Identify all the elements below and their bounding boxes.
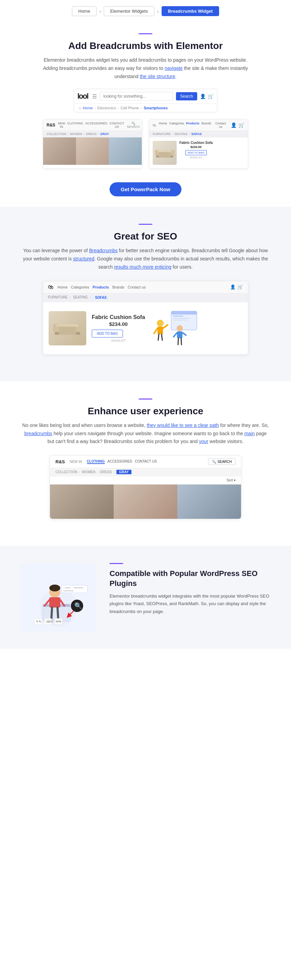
mockup-search-input[interactable]: [100, 92, 173, 101]
ux-breadcrumb: COLLECTION › WOMEN › DRESS › GRAY: [50, 468, 241, 476]
seo-add-btn[interactable]: ADD TO BAG: [92, 329, 123, 337]
hamburger-icon: ☰: [92, 93, 97, 100]
bc-sep-3: ›: [141, 106, 142, 110]
svg-text:›: ›: [72, 587, 73, 589]
svg-text:Elementor: Elementor: [74, 587, 83, 589]
ux-new-in: NEW IN: [70, 460, 82, 464]
seo-mockup: 🛍 Home Categories Products Brands Contac…: [43, 281, 248, 355]
svg-rect-33: [49, 597, 60, 608]
user-icon: 👤: [231, 123, 237, 128]
nav-home: Home: [159, 122, 167, 129]
ux-nav: CLOTHING ACCESSORIES CONTACT US: [87, 460, 157, 464]
svg-text:SEO: SEO: [46, 620, 53, 623]
seo-illustration: [151, 308, 199, 349]
mockup-search-widget: lool ☰ Search 👤 🛒 ⌂ Home › Electronics ›…: [74, 89, 217, 112]
bc-sep-2: ›: [117, 106, 119, 110]
seo-product-info: Fabric Cushion Sofa $234.00 ADD TO BAG W…: [92, 314, 145, 342]
user-icon: 👤: [200, 94, 206, 99]
ux-search-btn[interactable]: 🔍 SEARCH: [208, 458, 236, 465]
compat-accent: [109, 563, 123, 564]
ux-bc-women: WOMEN: [82, 470, 95, 474]
cart-icon: 🛒: [239, 123, 244, 128]
seo-bc-furniture: FURNITURE: [48, 295, 68, 300]
sofa-add-btn[interactable]: ADD TO BAG: [185, 150, 207, 155]
ux-bc-dress: DRESS: [100, 470, 112, 474]
seo-desc: You can leverage the power of Breadcrumb…: [21, 247, 270, 271]
hero-desc: Elementor breadcrumbs widget lets you ad…: [43, 56, 248, 81]
seo-section: Great for SEO You can leverage the power…: [0, 207, 291, 381]
seo-icons: 👤 🛒: [230, 285, 243, 290]
bc-home-icon: ⌂: [79, 106, 81, 110]
fashion-breadcrumb: COLLECTION › WOMEN › DRESS › GRAY: [43, 131, 142, 137]
svg-line-22: [161, 334, 162, 340]
seo-accent: [139, 224, 152, 225]
compat-text: Compatible with Popular WordPress SEO Pl…: [109, 563, 270, 615]
structured-link: structured: [73, 256, 94, 261]
ux-nav-contact: CONTACT US: [135, 460, 157, 464]
ux-title: Enhance user experience: [21, 406, 270, 417]
sofa-info: Fabric Cushion Sofa $234.00 ADD TO BAG W…: [179, 141, 213, 165]
chevron-down-icon: ▾: [234, 478, 236, 482]
svg-point-23: [177, 325, 183, 331]
nav-accessories: ACCESSORIES: [85, 122, 108, 129]
svg-line-38: [57, 608, 58, 619]
nav-breadcrumbs-widget[interactable]: Breadcrumbs Widget: [161, 6, 220, 16]
ux-photo-3: [177, 485, 241, 519]
svg-line-27: [178, 338, 179, 345]
bc-collection: COLLECTION: [47, 132, 66, 136]
fashion-photos: [43, 137, 142, 165]
seo-cart-icon: 🛒: [237, 285, 243, 290]
fashion-mockup: R&S NEW IN CLOTHING ACCESSORIES CONTACT …: [43, 119, 142, 169]
svg-line-21: [158, 334, 159, 340]
nav-contact: Contact us: [213, 122, 228, 129]
seo-breadcrumb: FURNITURE › SEATING › SOFAS: [43, 293, 248, 302]
arrow-2: ›: [157, 9, 159, 14]
svg-line-28: [181, 338, 182, 345]
ux-sort-row: Sort ▾: [50, 476, 241, 485]
mockup-logo: lool: [77, 92, 88, 101]
ux-bc-collection: COLLECTION: [55, 470, 77, 474]
fashion-nav: NEW IN CLOTHING ACCESSORIES CONTACT US: [58, 122, 124, 129]
mockup-search-button[interactable]: Search: [176, 92, 197, 100]
bc-sep: ›: [68, 132, 69, 136]
nav-brands: Brands: [202, 122, 212, 129]
hero-title: Add Breadcrumbs with Elementor: [43, 40, 248, 51]
svg-text:✎✎: ✎✎: [36, 620, 41, 623]
sofa-bag-icon: 🛍: [153, 123, 156, 127]
fashion-photo-1: [43, 137, 76, 165]
bc-seating: SEATING: [174, 132, 188, 136]
bc-gray: GRAY: [100, 132, 109, 136]
bc-sofas: SOFAS: [191, 132, 202, 136]
seo-nav-home: Home: [57, 285, 68, 289]
top-breadcrumb-nav: Home › Elementor Widgets › Breadcrumbs W…: [0, 0, 291, 19]
nav-elementor-widgets[interactable]: Elementor Widgets: [104, 6, 154, 16]
bc-sep: ›: [98, 132, 99, 136]
svg-rect-24: [177, 331, 182, 338]
compat-title: Compatible with Popular WordPress SEO Pl…: [109, 569, 270, 589]
svg-rect-15: [173, 318, 190, 319]
seo-nav-brands: Brands: [112, 285, 124, 289]
bc-dress: DRESS: [86, 132, 96, 136]
svg-rect-5: [157, 151, 172, 152]
svg-rect-18: [158, 326, 163, 334]
breadcrumbs-link: Breadcrumbs: [89, 248, 117, 253]
svg-rect-16: [173, 320, 187, 320]
fashion-search-label: 🔍 SEARCH: [127, 122, 140, 129]
cta-button[interactable]: Get PowerPack Now: [109, 182, 181, 196]
nav-new-in: NEW IN: [58, 122, 65, 129]
nav-home[interactable]: Home: [72, 6, 97, 16]
sofa-name: Fabric Cushion Sofa: [179, 141, 213, 145]
seo-sofa-image: [49, 311, 86, 345]
ux-accent: [139, 399, 152, 399]
sofa-price: $234.00: [179, 145, 213, 149]
svg-text:✉✉: ✉✉: [56, 620, 61, 623]
bc-cellphone: Cell Phone: [120, 106, 139, 110]
sofa-product-body: Fabric Cushion Sofa $234.00 ADD TO BAG W…: [149, 137, 248, 168]
cart-icon: 🛒: [208, 94, 214, 99]
ux-link-2: breadcrumbs: [24, 431, 52, 436]
results-link: results much more enticing: [114, 264, 171, 270]
ux-link-4: your: [199, 439, 208, 444]
svg-line-37: [51, 608, 52, 619]
fashion-logo: R&S: [47, 123, 55, 127]
sort-label: Sort: [227, 478, 233, 482]
